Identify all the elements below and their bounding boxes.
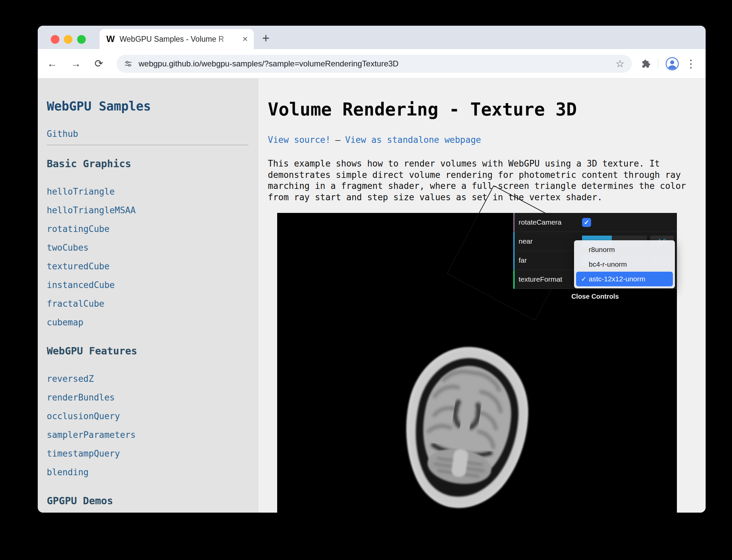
sidebar-list-webgpu-features: reversedZ renderBundles occlusionQuery s… [47, 370, 248, 482]
render-canvas[interactable]: rotateCamera ✓ near 4.0 [277, 213, 677, 513]
site-info-icon[interactable] [124, 59, 133, 68]
sidebar-item-renderbundles[interactable]: renderBundles [47, 389, 115, 406]
back-icon[interactable]: ← [47, 58, 57, 69]
check-icon: ✓ [579, 275, 589, 283]
sidebar-item-cubemap[interactable]: cubemap [47, 314, 83, 331]
traffic-light-minimize[interactable] [64, 35, 72, 44]
check-icon: ✓ [584, 219, 589, 226]
sidebar-list-basic-graphics: helloTriangle helloTriangleMSAA rotating… [47, 183, 248, 332]
traffic-light-close[interactable] [51, 35, 59, 44]
list-item: reversedZ [47, 370, 248, 389]
sidebar-heading-webgpu-features: WebGPU Features [47, 345, 248, 357]
sample-links: View source!—View as standalone webpage [268, 135, 706, 145]
list-item: texturedCube [47, 258, 248, 276]
brain-mri-render [381, 339, 548, 513]
desktop-background: W WebGPU Samples - Volume R × + ← → ⟳ we… [0, 0, 732, 560]
reload-icon[interactable]: ⟳ [95, 58, 103, 69]
extensions-icon[interactable] [641, 59, 651, 68]
traffic-light-zoom[interactable] [77, 35, 86, 44]
url-text: webgpu.github.io/webgpu-samples/?sample=… [139, 59, 615, 68]
webgpu-favicon-icon: W [106, 34, 116, 44]
list-item: blending [47, 464, 248, 482]
bookmark-star-icon[interactable]: ☆ [615, 59, 624, 69]
browser-tab[interactable]: W WebGPU Samples - Volume R × [100, 29, 254, 49]
list-item: occlusionQuery [47, 407, 248, 426]
list-item: samplerParameters [47, 426, 248, 445]
profile-avatar[interactable] [666, 57, 679, 70]
rotatecamera-checkbox[interactable]: ✓ [582, 218, 591, 227]
option-label: bc4-r-unorm [589, 260, 627, 268]
sidebar-item-occlusionquery[interactable]: occlusionQuery [47, 407, 120, 425]
gui-label: rotateCamera [513, 213, 579, 232]
option-label: astc-12x12-unorm [589, 275, 645, 283]
sidebar-heading-basic-graphics: Basic Graphics [47, 158, 248, 170]
browser-menu-icon[interactable]: ⋮ [686, 58, 696, 69]
sidebar-link-github[interactable]: Github [47, 129, 78, 139]
dropdown-option-bc4-r-unorm[interactable]: bc4-r-unorm [576, 257, 673, 272]
browser-window: W WebGPU Samples - Volume R × + ← → ⟳ we… [38, 26, 706, 513]
sample-description: This example shows how to render volumes… [268, 158, 687, 203]
sidebar: WebGPU Samples Github Basic Graphics hel… [38, 78, 258, 513]
sidebar-item-timestampquery[interactable]: timestampQuery [47, 445, 120, 462]
sidebar-item-samplerparameters[interactable]: samplerParameters [47, 426, 136, 444]
dropdown-option-astc-12x12-unorm[interactable]: ✓ astc-12x12-unorm [576, 272, 673, 286]
address-bar[interactable]: webgpu.github.io/webgpu-samples/?sample=… [117, 55, 632, 73]
view-source-link[interactable]: View source! [268, 135, 331, 145]
gui-label: textureFormat [513, 270, 579, 289]
browser-toolbar: ← → ⟳ webgpu.github.io/webgpu-samples/?s… [38, 49, 706, 78]
sidebar-item-instancedcube[interactable]: instancedCube [47, 276, 115, 294]
gui-label: far [513, 251, 579, 270]
sidebar-item-hellotriangle[interactable]: helloTriangle [47, 183, 115, 200]
sidebar-item-reversedz[interactable]: reversedZ [47, 370, 94, 387]
list-item: helloTriangleMSAA [47, 202, 248, 220]
main-content: Volume Rendering - Texture 3D View sourc… [258, 78, 706, 513]
sidebar-item-twocubes[interactable]: twoCubes [47, 239, 88, 256]
sidebar-heading-gpgpu-demos: GPGPU Demos [47, 495, 248, 507]
close-controls-button[interactable]: Close Controls [513, 289, 677, 304]
standalone-link[interactable]: View as standalone webpage [345, 135, 481, 145]
close-tab-icon[interactable]: × [242, 34, 248, 44]
list-item: helloTriangle [47, 183, 248, 202]
tab-title: WebGPU Samples - Volume R [120, 35, 240, 44]
list-item: twoCubes [47, 239, 248, 258]
sidebar-item-blending[interactable]: blending [47, 464, 88, 481]
new-tab-button[interactable]: + [262, 31, 269, 45]
tab-strip: W WebGPU Samples - Volume R × + [38, 26, 706, 49]
list-item: fractalCube [47, 295, 248, 314]
sidebar-divider [47, 145, 248, 145]
page-content: WebGPU Samples Github Basic Graphics hel… [38, 78, 706, 513]
list-item: timestampQuery [47, 445, 248, 464]
option-label: r8unorm [589, 246, 615, 254]
list-item: rotatingCube [47, 220, 248, 239]
sidebar-item-rotatingcube[interactable]: rotatingCube [47, 220, 110, 238]
dat-gui-panel: rotateCamera ✓ near 4.0 [513, 213, 677, 289]
dropdown-option-r8unorm[interactable]: r8unorm [576, 242, 673, 257]
toolbar-separator [658, 58, 658, 69]
page-title: Volume Rendering - Texture 3D [268, 99, 706, 119]
list-item: renderBundles [47, 389, 248, 407]
sidebar-item-texturedcube[interactable]: texturedCube [47, 258, 110, 275]
list-item: instancedCube [47, 276, 248, 295]
textureformat-dropdown: r8unorm bc4-r-unorm ✓ astc-12x12-unorm [574, 240, 675, 288]
sidebar-title: WebGPU Samples [47, 99, 248, 113]
forward-icon[interactable]: → [71, 58, 81, 69]
sidebar-item-fractalcube[interactable]: fractalCube [47, 295, 104, 312]
gui-label: near [513, 232, 579, 251]
sidebar-item-hellotrianglemsaa[interactable]: helloTriangleMSAA [47, 202, 136, 219]
link-separator: — [335, 135, 341, 145]
list-item: cubemap [47, 314, 248, 332]
gui-row-rotatecamera: rotateCamera ✓ [513, 213, 677, 232]
